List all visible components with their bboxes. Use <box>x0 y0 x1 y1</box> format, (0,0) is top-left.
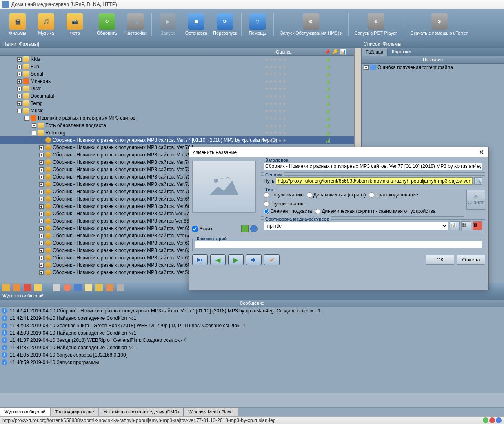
expander-icon[interactable]: + <box>39 212 44 216</box>
next-button[interactable]: ▶ <box>228 254 244 265</box>
expander-icon[interactable]: + <box>39 153 44 157</box>
utorrent-button[interactable]: ⚙Скачать с помощью uTorren <box>406 11 473 38</box>
delete-icon[interactable] <box>24 284 31 291</box>
browse-button[interactable]: 🔍 <box>474 177 482 185</box>
expander-icon[interactable]: − <box>24 116 29 121</box>
expander-icon[interactable]: + <box>39 204 44 209</box>
grid-icon[interactable] <box>117 284 124 291</box>
settings-button[interactable]: 🔧Настройки <box>121 11 150 38</box>
log-row[interactable]: i11:42:03 2019-04-10 Зелёная книга - Gre… <box>0 322 504 329</box>
tab-cards[interactable]: Карточки <box>388 48 415 56</box>
script-button[interactable]: ⚙ Скрипт <box>466 190 485 210</box>
expander-icon[interactable]: + <box>39 182 44 187</box>
apply-button[interactable]: ✔ <box>264 254 280 265</box>
tree-row[interactable]: +Distr★★★★★ <box>0 85 354 92</box>
expander-icon[interactable]: + <box>39 167 44 172</box>
tab-table[interactable]: Таблица <box>362 48 388 56</box>
log-column-header[interactable]: Сообщение <box>0 300 504 307</box>
movies-button[interactable]: 🎬Фильмы <box>3 11 32 38</box>
tree-row[interactable]: +Есть обновления подкаста★★★★★ <box>0 122 354 129</box>
restart-button[interactable]: ⟳Перезапуск <box>211 11 240 38</box>
log-list[interactable]: i11:42:41 2019-04-10 Сборник - Новинки с… <box>0 307 504 393</box>
expander-icon[interactable]: + <box>39 175 44 179</box>
expander-icon[interactable]: + <box>364 65 369 70</box>
tree-row[interactable]: −Новинки с разных популярных MP3 сайтов★… <box>0 114 354 122</box>
expander-icon[interactable]: + <box>39 270 44 275</box>
tree-row[interactable]: −Rutor.org★★★★★ <box>0 129 354 136</box>
layout-icon[interactable] <box>53 284 60 291</box>
log-row[interactable]: i11:40:59 2019-04-10 Запуск программы <box>0 359 504 366</box>
expander-icon[interactable]: + <box>32 123 36 128</box>
expander-icon[interactable]: + <box>17 101 22 106</box>
radio-podcast-element[interactable]: Элемент подкаста <box>264 208 312 214</box>
key-icon[interactable] <box>95 284 103 291</box>
refresh-thumb-icon[interactable] <box>241 225 249 232</box>
expander-icon[interactable]: + <box>39 226 44 231</box>
expander-icon[interactable]: + <box>39 219 44 223</box>
key-icon[interactable]: 🔑 <box>332 49 338 55</box>
sort-select[interactable]: mpTitle <box>264 222 448 230</box>
expander-icon[interactable]: + <box>17 72 22 76</box>
path-input[interactable] <box>276 177 473 185</box>
sort-bars-icon[interactable]: 📊 <box>450 221 460 230</box>
expander-icon[interactable]: + <box>17 94 22 98</box>
first-button[interactable]: ⏮ <box>192 254 208 265</box>
expander-icon[interactable]: + <box>39 160 44 165</box>
tab-log[interactable]: Журнал сообщений <box>0 408 50 416</box>
rating-column[interactable]: Оценка <box>271 49 296 54</box>
tree-row[interactable]: +Kids★★★★★ <box>0 56 354 63</box>
hms-service-button[interactable]: ⚙Запуск Обслуживания HMS(ѕ <box>275 11 346 38</box>
refresh-button[interactable]: ↻Обновить <box>93 11 121 38</box>
stop-button[interactable]: ⏹Остановка <box>182 11 211 38</box>
log-row[interactable]: i11:41:37 2019-04-10 Найдено совпадение … <box>0 344 504 351</box>
tree-row[interactable]: +Temp★★★★★ <box>0 100 354 107</box>
radio-dynamic[interactable]: Динамическая (скрипт) <box>307 192 366 198</box>
prev-button[interactable]: ◀ <box>210 254 226 265</box>
users-icon[interactable] <box>106 284 113 291</box>
expander-icon[interactable]: + <box>39 190 44 194</box>
lifebuoy-icon[interactable] <box>64 284 71 291</box>
ok-button[interactable]: ОК <box>426 255 454 265</box>
list-item[interactable]: + Ошибка получения torrent файла <box>362 64 504 71</box>
tray-green-icon[interactable] <box>483 417 488 423</box>
log-row[interactable]: i11:42:41 2019-04-10 Найдено совпадение … <box>0 315 504 322</box>
folder-icon[interactable] <box>13 284 20 291</box>
expander-icon[interactable]: + <box>17 65 22 69</box>
sort-delete-icon[interactable]: 🗑 <box>473 221 482 230</box>
tray-red-icon[interactable] <box>489 417 495 423</box>
expander-icon[interactable]: + <box>17 57 22 62</box>
expander-icon[interactable]: + <box>39 234 44 238</box>
expander-icon[interactable]: + <box>39 145 44 150</box>
tree-row[interactable]: +Serial★★★★★ <box>0 70 354 78</box>
music-button[interactable]: 🎵Музыка <box>32 11 60 38</box>
log-row[interactable]: i11:42:03 2019-04-10 Найдено совпадение … <box>0 329 504 337</box>
doc-icon[interactable] <box>85 284 92 291</box>
save-icon[interactable] <box>74 284 82 291</box>
expander-icon[interactable]: + <box>17 79 22 84</box>
tab-transcode[interactable]: Транскодирование <box>51 408 99 416</box>
expander-icon[interactable]: + <box>39 263 44 268</box>
help-button[interactable]: ?Помощь <box>243 11 272 38</box>
tree-row[interactable]: +Миньоны★★★★★ <box>0 78 354 85</box>
radio-transcode[interactable]: Транскодирование <box>369 192 418 198</box>
tray-blue-icon[interactable] <box>496 417 502 423</box>
tab-dmr[interactable]: Устройства воспроизведения (DMR) <box>99 408 183 416</box>
radio-group[interactable]: Группирование <box>264 201 304 207</box>
photo-button[interactable]: 📷Фото <box>60 11 89 38</box>
tab-wmp[interactable]: Windows Media Player <box>184 408 239 416</box>
tree-row[interactable]: Сборник - Новинки с разных популярных MP… <box>0 136 354 144</box>
tree-row[interactable]: +Fun★★★★★ <box>0 63 354 70</box>
sun-icon[interactable] <box>34 284 42 291</box>
expander-icon[interactable]: + <box>39 248 44 253</box>
tree-row[interactable]: +Documatal★★★★★ <box>0 92 354 100</box>
comment-input[interactable] <box>195 241 482 248</box>
expander-icon[interactable]: − <box>17 109 22 113</box>
bars-icon[interactable]: 📊 <box>340 49 346 55</box>
radio-dynamic-device[interactable]: Динамическая (скрипт) - зависимая от уст… <box>315 208 435 214</box>
dialog-titlebar[interactable]: Изменить название ✕ <box>189 147 488 157</box>
globe-icon[interactable] <box>250 225 258 232</box>
tree-row[interactable]: −Music★★★★★ <box>0 107 354 114</box>
close-icon[interactable]: ✕ <box>477 148 485 156</box>
expander-icon[interactable]: + <box>39 256 44 260</box>
log-row[interactable]: i11:42:41 2019-04-10 Сборник - Новинки с… <box>0 307 504 315</box>
